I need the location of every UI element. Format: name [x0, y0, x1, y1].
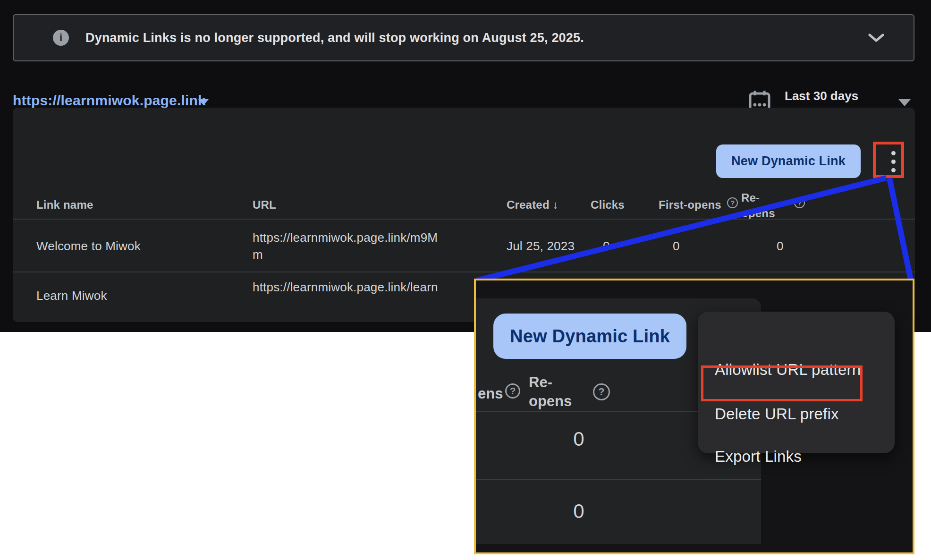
cell-first-opens: 0 — [673, 239, 680, 254]
cell-created: Jul 25, 2023 — [507, 239, 575, 254]
help-icon[interactable]: ? — [505, 383, 520, 399]
overflow-menu-button[interactable] — [880, 147, 906, 176]
col-header-clicks: Clicks — [591, 198, 625, 212]
menu-item-delete-url-prefix[interactable]: Delete URL prefix — [715, 405, 839, 423]
col-header-url: URL — [253, 198, 276, 212]
cell-link-name: Welcome to Miwok — [36, 239, 141, 254]
menu-item-allowlist-url-pattern[interactable]: Allowlist URL pattern — [715, 361, 861, 379]
col-header-re-opens: Re-opens — [741, 190, 778, 221]
cell-re-opens-magnified: 0 — [565, 500, 593, 523]
col-header-first-opens: First-opens — [659, 198, 721, 212]
col-header-link-name: Link name — [36, 198, 93, 212]
col-header-created[interactable]: Created ↓ — [507, 198, 559, 212]
cell-clicks: 0 — [603, 239, 610, 254]
col-header-first-opens-fragment: ens — [478, 385, 503, 402]
cell-re-opens-magnified: 0 — [565, 428, 593, 450]
help-icon[interactable]: ? — [727, 197, 738, 208]
deprecation-banner-text: Dynamic Links is no longer supported, an… — [85, 31, 584, 45]
chevron-down-icon[interactable] — [868, 33, 884, 42]
cell-link-name: Learn Miwok — [36, 288, 107, 303]
overflow-menu-popup: Allowlist URL pattern Delete URL prefix … — [698, 312, 895, 453]
date-range-label: Last 30 days — [785, 89, 858, 103]
help-icon[interactable]: ? — [593, 383, 610, 400]
kebab-dot — [891, 168, 896, 172]
cell-re-opens: 0 — [777, 239, 784, 254]
screenshot-canvas: i Dynamic Links is no longer supported, … — [0, 0, 931, 560]
cell-url: https://learnmiwok.page.link/learn — [253, 279, 448, 296]
sort-down-arrow-icon: ↓ — [553, 198, 559, 211]
zoom-callout: New Dynamic Link ens ? Re-opens ? 0 0 Al… — [474, 279, 914, 554]
divider — [476, 479, 761, 480]
deprecation-banner: i Dynamic Links is no longer supported, … — [13, 14, 914, 61]
kebab-dot — [891, 160, 896, 164]
cell-url: https://learnmiwok.page.link/m9Mm — [253, 229, 448, 263]
kebab-dot — [891, 151, 896, 155]
new-dynamic-link-button[interactable]: New Dynamic Link — [716, 144, 861, 178]
menu-item-export-links[interactable]: Export Links — [715, 448, 802, 466]
url-prefix-dropdown[interactable]: https://learnmiwok.page.link — [13, 93, 206, 109]
caret-down-icon[interactable] — [198, 99, 209, 105]
caret-down-icon — [898, 99, 911, 106]
new-dynamic-link-button-magnified[interactable]: New Dynamic Link — [493, 314, 686, 359]
divider — [13, 272, 915, 272]
col-header-re-opens-magnified: Re-opens — [529, 373, 579, 411]
divider — [13, 219, 915, 220]
info-icon: i — [53, 30, 69, 46]
help-icon[interactable]: ? — [794, 197, 805, 208]
